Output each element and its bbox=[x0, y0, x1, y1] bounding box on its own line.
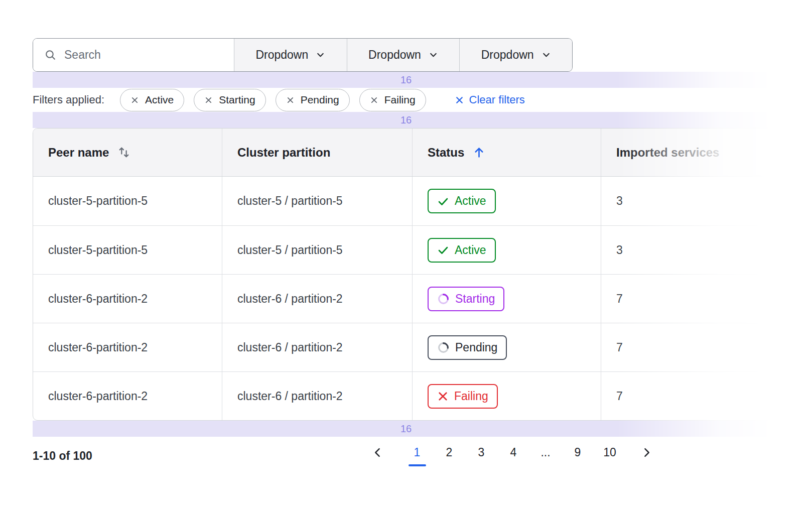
search-icon bbox=[44, 49, 57, 61]
status-cell: Active bbox=[412, 226, 601, 274]
table-row: cluster-5-partition-5 cluster-5 / partit… bbox=[33, 177, 779, 225]
next-page-button[interactable] bbox=[641, 446, 656, 458]
table-header-row: Peer name Cluster partition Status bbox=[33, 129, 779, 177]
spinner-icon bbox=[437, 293, 450, 305]
page-number: 2 bbox=[446, 446, 453, 459]
filter-chip-starting[interactable]: Starting bbox=[194, 89, 265, 111]
check-icon bbox=[437, 195, 449, 207]
table-row: cluster-6-partition-2 cluster-6 / partit… bbox=[33, 274, 779, 323]
dropdown-label: Dropdown bbox=[481, 48, 534, 62]
imported-services-cell: 3 bbox=[601, 226, 779, 274]
column-label: Peer name bbox=[48, 146, 109, 160]
peers-list-page: Dropdown Dropdown Dropdown 16 Filters ap… bbox=[0, 0, 812, 507]
column-header-status[interactable]: Status bbox=[412, 129, 601, 176]
filter-chip-label: Failing bbox=[384, 94, 416, 106]
chevron-down-icon bbox=[429, 50, 438, 60]
filter-chip-label: Active bbox=[145, 94, 174, 106]
spacing-annotation-band: 16 bbox=[33, 421, 779, 437]
pager: 1 2 3 4 ... 9 10 bbox=[372, 446, 656, 466]
clear-filters-label: Clear filters bbox=[469, 93, 525, 106]
page-button-2[interactable]: 2 bbox=[440, 446, 458, 459]
results-summary: 1-10 of 100 bbox=[33, 449, 92, 463]
dropdown-label: Dropdown bbox=[368, 48, 421, 62]
spacing-value: 16 bbox=[400, 423, 412, 435]
status-cell: Active bbox=[412, 177, 601, 225]
dropdown-button-3[interactable]: Dropdown bbox=[459, 39, 572, 71]
status-cell: Failing bbox=[412, 372, 601, 420]
status-badge-pending: Pending bbox=[428, 335, 507, 360]
page-button-10[interactable]: 10 bbox=[601, 446, 619, 459]
table-row: cluster-5-partition-5 cluster-5 / partit… bbox=[33, 225, 779, 274]
table-row: cluster-6-partition-2 cluster-6 / partit… bbox=[33, 371, 779, 420]
cluster-partition-cell: cluster-6 / partition-2 bbox=[222, 323, 412, 371]
chevron-down-icon bbox=[316, 50, 325, 60]
imported-services-cell: 3 bbox=[601, 177, 779, 225]
status-badge-failing: Failing bbox=[428, 384, 498, 409]
filter-chip-active[interactable]: Active bbox=[120, 89, 184, 111]
clear-filters-x-icon bbox=[455, 95, 464, 105]
spacing-annotation-band: 16 bbox=[33, 112, 779, 128]
column-label: Status bbox=[428, 146, 464, 160]
peer-name-cell: cluster-6-partition-2 bbox=[33, 323, 222, 371]
page-ellipsis: ... bbox=[536, 446, 555, 459]
applied-filters-row: Filters applied: Active Starting Pending… bbox=[33, 88, 779, 112]
sort-ascending-icon[interactable] bbox=[472, 146, 486, 159]
page-number: 3 bbox=[478, 446, 485, 459]
imported-services-cell: 7 bbox=[601, 372, 779, 420]
table-row: cluster-6-partition-2 cluster-6 / partit… bbox=[33, 323, 779, 371]
dropdown-label: Dropdown bbox=[255, 48, 308, 62]
remove-filter-icon[interactable] bbox=[204, 96, 213, 104]
sort-updown-icon[interactable] bbox=[117, 145, 131, 160]
search-box[interactable] bbox=[33, 39, 234, 71]
cluster-partition-cell: cluster-6 / partition-2 bbox=[222, 372, 412, 420]
cluster-partition-cell: cluster-6 / partition-2 bbox=[222, 275, 412, 323]
table-body: cluster-5-partition-5 cluster-5 / partit… bbox=[33, 177, 779, 420]
spacing-annotation-band: 16 bbox=[33, 72, 779, 88]
peers-table: Peer name Cluster partition Status bbox=[33, 128, 779, 421]
status-badge-starting: Starting bbox=[428, 287, 504, 311]
dropdown-button-2[interactable]: Dropdown bbox=[347, 39, 460, 71]
peer-name-cell: cluster-6-partition-2 bbox=[33, 275, 222, 323]
column-header-cluster-partition: Cluster partition bbox=[222, 129, 412, 176]
chevron-right-icon bbox=[641, 447, 652, 458]
page-number: 4 bbox=[510, 446, 517, 459]
filter-chip-failing[interactable]: Failing bbox=[359, 89, 426, 111]
pagination-bar: 1-10 of 100 1 2 3 4 ... bbox=[33, 437, 779, 475]
page-button-1[interactable]: 1 bbox=[408, 446, 426, 466]
clear-filters-button[interactable]: Clear filters bbox=[455, 93, 525, 106]
remove-filter-icon[interactable] bbox=[286, 96, 295, 104]
peer-name-cell: cluster-5-partition-5 bbox=[33, 226, 222, 274]
peer-name-cell: cluster-6-partition-2 bbox=[33, 372, 222, 420]
page-button-3[interactable]: 3 bbox=[472, 446, 490, 459]
column-header-imported-services: Imported services bbox=[601, 129, 779, 176]
status-badge-active: Active bbox=[428, 189, 496, 213]
page-number: 10 bbox=[603, 446, 616, 459]
dropdown-button-1[interactable]: Dropdown bbox=[234, 39, 347, 71]
column-header-peer-name[interactable]: Peer name bbox=[33, 129, 222, 176]
chevron-down-icon bbox=[542, 50, 551, 60]
remove-filter-icon[interactable] bbox=[130, 96, 139, 104]
filter-chip-label: Starting bbox=[219, 94, 255, 106]
filter-toolbar: Dropdown Dropdown Dropdown bbox=[33, 38, 573, 72]
chevron-left-icon bbox=[372, 447, 383, 458]
status-cell: Starting bbox=[412, 275, 601, 323]
status-badge-active: Active bbox=[428, 238, 496, 263]
spinner-icon bbox=[437, 341, 450, 354]
column-label: Cluster partition bbox=[237, 146, 330, 160]
column-label: Imported services bbox=[616, 146, 719, 160]
filters-applied-label: Filters applied: bbox=[33, 93, 104, 106]
remove-filter-icon[interactable] bbox=[370, 96, 378, 104]
page-number: 9 bbox=[575, 446, 581, 459]
search-input[interactable] bbox=[64, 48, 223, 62]
status-cell: Pending bbox=[412, 323, 601, 371]
page-number: 1 bbox=[414, 446, 421, 459]
page-button-9[interactable]: 9 bbox=[569, 446, 587, 459]
spacing-value: 16 bbox=[400, 74, 412, 86]
spacing-value: 16 bbox=[400, 114, 412, 126]
cluster-partition-cell: cluster-5 / partition-5 bbox=[222, 177, 412, 225]
filter-chip-pending[interactable]: Pending bbox=[276, 89, 350, 111]
imported-services-cell: 7 bbox=[601, 275, 779, 323]
cluster-partition-cell: cluster-5 / partition-5 bbox=[222, 226, 412, 274]
page-button-4[interactable]: 4 bbox=[504, 446, 522, 459]
previous-page-button[interactable] bbox=[372, 446, 387, 458]
